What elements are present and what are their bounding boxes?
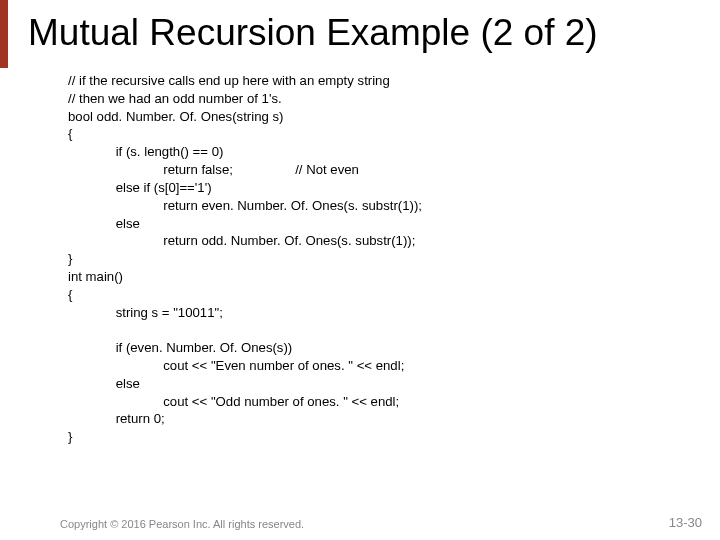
copyright-text: Copyright © 2016 Pearson Inc. All rights… — [60, 518, 304, 530]
accent-bar — [0, 0, 8, 68]
page-number: 13-30 — [669, 515, 702, 530]
slide-title: Mutual Recursion Example (2 of 2) — [28, 12, 598, 54]
code-block: // if the recursive calls end up here wi… — [68, 72, 422, 446]
